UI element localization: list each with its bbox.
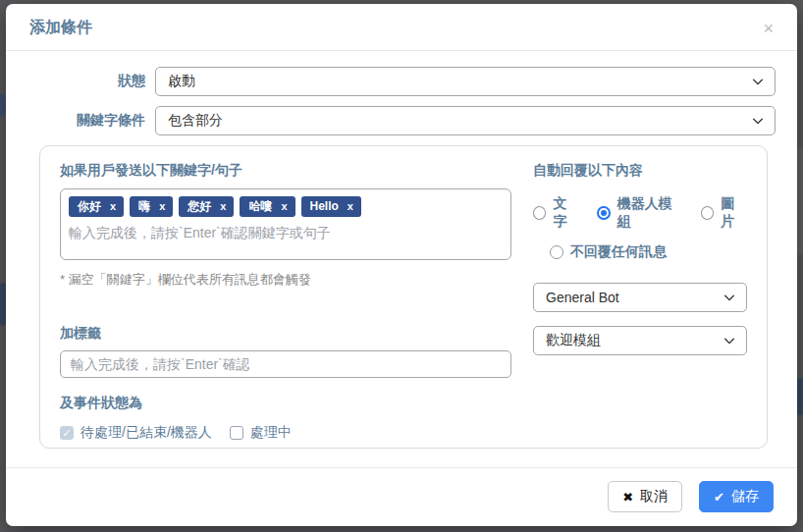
close-icon[interactable]: × xyxy=(763,20,774,37)
radio-label: 不回覆任何訊息 xyxy=(570,243,667,261)
checkbox-label: 待處理/已結束/機器人 xyxy=(80,424,212,442)
modal-title: 添加條件 xyxy=(29,18,92,38)
keyword-tag: Hello x xyxy=(301,196,361,217)
checkbox-processing[interactable]: 處理中 xyxy=(230,424,292,442)
status-select-value: 啟動 xyxy=(168,73,195,90)
modal-body: 狀態 啟動 關鍵字條件 包含部分 如果用戶發送以下關鍵字/句子 你好 xyxy=(6,51,797,467)
module-select-value: 歡迎模組 xyxy=(546,332,601,349)
bot-select[interactable]: General Bot xyxy=(533,283,747,312)
tag-remove-icon[interactable]: x xyxy=(110,200,116,213)
keyword-condition-select[interactable]: 包含部分 xyxy=(155,106,776,135)
backdrop-fragment xyxy=(797,147,803,255)
radio-text[interactable]: 文字 xyxy=(533,195,579,231)
tag-remove-icon[interactable]: x xyxy=(220,200,226,213)
radio-label: 文字 xyxy=(553,195,579,231)
keywords-placeholder: 輸入完成後，請按`Enter`確認關鍵字或句子 xyxy=(69,225,503,242)
keywords-note: * 漏空「關鍵字」欄位代表所有訊息都會觸發 xyxy=(60,271,511,289)
backdrop-fragment xyxy=(797,378,803,415)
radio-no-reply[interactable]: 不回覆任何訊息 xyxy=(550,243,667,261)
chevron-down-icon xyxy=(723,334,734,345)
checkbox-label: 處理中 xyxy=(250,424,292,442)
chevron-down-icon xyxy=(723,291,734,301)
x-icon: ✖ xyxy=(622,490,633,505)
keyword-condition-row: 關鍵字條件 包含部分 xyxy=(27,106,776,135)
add-tag-input[interactable] xyxy=(60,350,511,378)
bot-select-value: General Bot xyxy=(546,290,619,305)
cancel-button-label: 取消 xyxy=(640,488,668,505)
status-row: 狀態 啟動 xyxy=(27,67,776,96)
reply-type-options-row2: 不回覆任何訊息 xyxy=(550,243,747,261)
tag-remove-icon[interactable]: x xyxy=(159,200,165,213)
add-tag-header: 加標籤 xyxy=(60,325,511,343)
add-condition-modal: 添加條件 × 狀態 啟動 關鍵字條件 包含部分 如果用戶發送以下關鍵字/句子 xyxy=(6,4,797,526)
radio-unselected-icon xyxy=(533,206,546,220)
checkbox-pending-closed-bot[interactable]: ✓ 待處理/已結束/機器人 xyxy=(60,424,212,442)
save-button[interactable]: ✔ 儲存 xyxy=(699,481,774,512)
keyword-tag: 嗨 x xyxy=(130,196,173,217)
event-status-header: 及事件狀態為 xyxy=(60,395,511,412)
modal-footer: ✖ 取消 ✔ 儲存 xyxy=(6,467,797,526)
module-select[interactable]: 歡迎模組 xyxy=(533,326,747,355)
radio-label: 機器人模組 xyxy=(617,195,683,231)
keyword-tag: 您好 x xyxy=(179,196,234,217)
chevron-down-icon xyxy=(752,75,763,85)
radio-image[interactable]: 圖片 xyxy=(701,195,747,231)
keywords-column: 如果用戶發送以下關鍵字/句子 你好 x 嗨 x 您好 x xyxy=(60,162,511,448)
keyword-condition-select-value: 包含部分 xyxy=(168,112,223,130)
checkbox-unchecked-icon xyxy=(230,426,243,440)
condition-group-box: 如果用戶發送以下關鍵字/句子 你好 x 嗨 x 您好 x xyxy=(39,145,768,449)
chevron-down-icon xyxy=(752,114,763,125)
cancel-button[interactable]: ✖ 取消 xyxy=(608,481,682,512)
checkbox-checked-icon: ✓ xyxy=(60,426,74,440)
tag-label: 你好 xyxy=(78,199,101,213)
status-select[interactable]: 啟動 xyxy=(155,67,776,96)
reply-type-options: 文字 機器人模組 圖片 xyxy=(533,195,747,231)
tag-label: 您好 xyxy=(187,199,211,213)
tag-remove-icon[interactable]: x xyxy=(348,200,353,213)
auto-reply-column: 自動回覆以下內容 文字 機器人模組 圖片 xyxy=(533,162,747,448)
keyword-condition-label: 關鍵字條件 xyxy=(27,112,145,130)
event-status-options: ✓ 待處理/已結束/機器人 處理中 xyxy=(60,424,511,442)
auto-reply-header: 自動回覆以下內容 xyxy=(533,162,747,180)
check-icon: ✔ xyxy=(714,490,724,505)
tag-label: Hello xyxy=(310,199,339,213)
keyword-tag: 哈嘍 x xyxy=(240,196,294,217)
radio-unselected-icon xyxy=(550,245,563,259)
tag-label: 嗨 xyxy=(138,199,150,213)
keyword-tag: 你好 x xyxy=(69,196,124,217)
tag-label: 哈嘍 xyxy=(248,199,272,213)
tag-remove-icon[interactable]: x xyxy=(281,200,287,213)
status-label: 狀態 xyxy=(27,73,145,90)
keywords-header: 如果用戶發送以下關鍵字/句子 xyxy=(60,162,511,180)
radio-selected-icon xyxy=(597,206,611,220)
radio-bot-module[interactable]: 機器人模組 xyxy=(597,195,683,231)
save-button-label: 儲存 xyxy=(731,488,759,505)
keywords-tag-input[interactable]: 你好 x 嗨 x 您好 x 哈嘍 x xyxy=(60,188,511,260)
tag-list: 你好 x 嗨 x 您好 x 哈嘍 x xyxy=(69,196,503,217)
modal-header: 添加條件 × xyxy=(6,4,797,51)
radio-unselected-icon xyxy=(701,206,714,220)
radio-label: 圖片 xyxy=(721,195,747,231)
